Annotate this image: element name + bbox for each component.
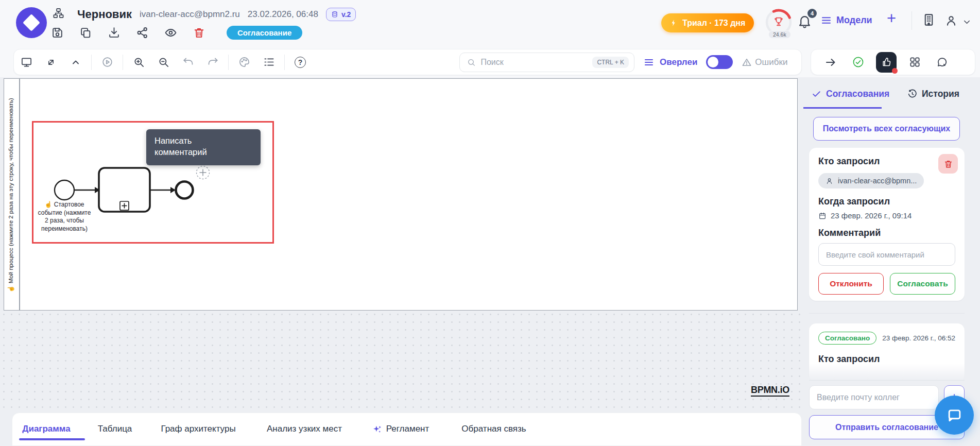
models-label: Модели	[836, 15, 872, 26]
zoom-out-button[interactable]	[154, 53, 173, 72]
collapse-button[interactable]	[66, 53, 85, 72]
divider	[123, 55, 123, 70]
active-tab-underline	[19, 438, 85, 440]
errors-control[interactable]: Ошибки	[742, 57, 787, 67]
overlays-menu-icon[interactable]	[644, 57, 654, 67]
when-requested-row: 23 февр. 2026 г., 09:14	[818, 211, 955, 220]
search-shortcut: CTRL + K	[592, 57, 629, 68]
history-icon	[907, 89, 917, 99]
approvals-panel-button[interactable]	[876, 52, 897, 73]
copy-button[interactable]	[78, 25, 93, 40]
widgets-button[interactable]	[905, 53, 924, 72]
tab-regulation-label: Регламент	[386, 424, 429, 434]
approve-check-icon[interactable]	[849, 53, 867, 72]
calendar-icon	[818, 212, 827, 220]
approval-actions: Отклонить Согласовать	[818, 273, 955, 295]
comments-button[interactable]	[933, 53, 951, 72]
share-button[interactable]	[134, 25, 150, 40]
decline-button[interactable]: Отклонить	[818, 273, 884, 295]
user-account-icon[interactable]	[944, 14, 958, 27]
overlays-label[interactable]: Оверлеи	[660, 57, 697, 67]
approved-date: 23 февр. 2026 г., 06:52	[882, 334, 955, 342]
when-requested-value: 23 февр. 2026 г., 09:14	[831, 211, 912, 220]
tab-diagram[interactable]: Диаграмма	[22, 424, 70, 434]
bpmn-io-watermark[interactable]: BPMN.iO	[751, 385, 789, 397]
models-nav-link[interactable]: Модели	[821, 15, 872, 26]
tab-table[interactable]: Таблица	[98, 424, 132, 434]
tab-feedback[interactable]: Обратная связь	[461, 424, 526, 434]
requester-email: ivan-clear-acc@bpmn...	[838, 177, 917, 185]
list-icon	[821, 15, 832, 26]
sitemap-icon	[53, 7, 64, 19]
version-chip[interactable]: v.2	[326, 8, 356, 21]
question-icon: ?	[295, 57, 306, 68]
check-icon	[812, 89, 821, 99]
when-requested-label: Когда запросил	[818, 196, 955, 207]
tooltip-text: Написать комментарий	[154, 135, 215, 158]
support-chat-fab[interactable]	[935, 396, 974, 435]
redo-button[interactable]	[203, 53, 222, 72]
search-input[interactable]	[480, 58, 587, 67]
score-counter: 24.6k	[768, 30, 791, 39]
colleague-email-input[interactable]	[809, 385, 939, 409]
app: Черновик ivan-clear-acc@bpmn2.ru 23.02.2…	[0, 0, 980, 446]
delete-request-button[interactable]	[938, 154, 958, 174]
panel-toolbar	[811, 49, 975, 75]
logo-diamond-icon	[23, 14, 40, 31]
owner-email: ivan-clear-acc@bpmn2.ru	[140, 9, 240, 20]
tab-history[interactable]: История	[907, 89, 959, 99]
start-event[interactable]	[55, 180, 74, 200]
search-box[interactable]: CTRL + K	[459, 53, 634, 72]
help-button[interactable]: ?	[291, 53, 310, 72]
simulate-button[interactable]	[98, 53, 116, 72]
app-logo[interactable]	[16, 7, 47, 38]
bpmn-diagram	[4, 79, 797, 310]
fullscreen-button[interactable]	[42, 53, 60, 72]
chevron-down-icon[interactable]	[962, 17, 972, 27]
tab-architecture-graph[interactable]: Граф архитектуры	[161, 424, 235, 434]
comment-input[interactable]	[818, 243, 955, 266]
divider	[809, 313, 965, 314]
database-icon	[331, 11, 338, 18]
create-model-button[interactable]: +	[887, 10, 896, 26]
document-actions: Согласование	[49, 25, 302, 40]
trial-button[interactable]: Триал · 173 дня	[661, 13, 754, 32]
organization-icon[interactable]	[922, 13, 936, 27]
tab-bottleneck-analysis[interactable]: Анализ узких мест	[267, 424, 342, 434]
view-all-approvers-button[interactable]: Посмотреть всех согласующих	[813, 117, 960, 141]
bpmn-canvas[interactable]: ☝ Мой процесс (нажмите 2 раза на эту стр…	[4, 78, 798, 311]
pointer-emoji: ☝	[44, 201, 52, 208]
end-event[interactable]	[176, 182, 193, 199]
approval-request-card: Кто запросил ivan-clear-acc@bpmn... Когд…	[809, 148, 965, 301]
download-button[interactable]	[106, 25, 122, 40]
view-tabs-bar: Диаграмма Таблица Граф архитектуры Анали…	[12, 413, 802, 446]
overlays-toggle[interactable]	[706, 55, 733, 69]
fit-screen-button[interactable]	[17, 53, 36, 72]
approve-button[interactable]: Согласовать	[890, 273, 955, 295]
divider	[91, 55, 92, 70]
delete-button[interactable]	[191, 25, 207, 40]
tab-history-label: История	[922, 89, 959, 99]
save-button[interactable]	[49, 25, 65, 40]
tab-approvals[interactable]: Согласования	[812, 89, 889, 99]
zoom-in-button[interactable]	[129, 53, 148, 72]
start-event-label[interactable]: ☝ Стартовое событие (нажмите 2 раза, что…	[36, 201, 93, 233]
theme-palette-button[interactable]	[235, 53, 253, 72]
dotted-background	[0, 311, 802, 413]
action-tooltip: Написать комментарий	[146, 129, 261, 165]
trial-label: Триал · 173 дня	[682, 19, 745, 28]
warning-icon	[742, 57, 752, 67]
tab-regulation[interactable]: Регламент	[372, 424, 429, 434]
search-icon	[467, 57, 475, 67]
collapse-panel-arrow-button[interactable]	[821, 53, 840, 72]
sparkles-icon	[372, 424, 382, 434]
notification-dot	[892, 68, 898, 74]
undo-button[interactable]	[179, 53, 197, 72]
approved-status-badge: Согласовано	[818, 332, 876, 345]
active-sidebar-tab-underline	[803, 107, 882, 109]
checklist-button[interactable]	[260, 53, 278, 72]
view-button[interactable]	[163, 25, 178, 40]
chat-bubble-icon	[946, 407, 963, 424]
overlays-controls: Оверлеи Ошибки	[644, 49, 787, 75]
toggle-knob	[708, 57, 718, 67]
